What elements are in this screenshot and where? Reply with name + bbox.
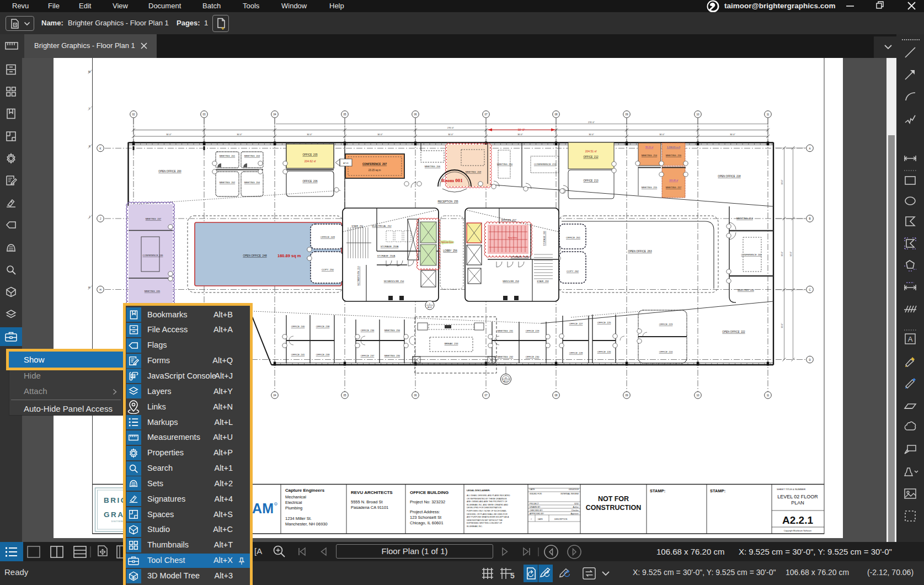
svg-text:OFFICE 230: OFFICE 230 xyxy=(526,355,540,358)
svg-text:03: 03 xyxy=(202,113,206,116)
svg-text:STAIR 259: STAIR 259 xyxy=(537,280,549,283)
svg-text:09: 09 xyxy=(625,113,628,116)
svg-text:1: 1 xyxy=(429,303,430,305)
svg-text:DESIGNS, OR PLANS SHALL BE USE: DESIGNS, OR PLANS SHALL BE USED FOR xyxy=(467,513,508,515)
svg-text:ARE OWNED AND ARE THE PROPERTY: ARE OWNED AND ARE THE PROPERTY OF xyxy=(467,501,508,503)
svg-text:OFFICE 229: OFFICE 229 xyxy=(526,329,540,332)
svg-text:30'-0": 30'-0" xyxy=(781,251,783,257)
svg-text:COPY 262: COPY 262 xyxy=(567,270,579,273)
svg-text:LEGAL DISCLAIMER:: LEGAL DISCLAIMER: xyxy=(467,489,490,492)
svg-text:10: 10 xyxy=(696,113,699,116)
svg-text:07: 07 xyxy=(484,394,488,397)
svg-text:CONFERENCE 265: CONFERENCE 265 xyxy=(741,253,762,256)
svg-text:OFFICE 205: OFFICE 205 xyxy=(302,153,318,156)
svg-text:DEMONSTRATION SET WITHOUT THE: DEMONSTRATION SET WITHOUT THE xyxy=(467,519,503,522)
svg-text:06: 06 xyxy=(414,113,417,116)
svg-text:30'-0": 30'-0" xyxy=(237,134,242,136)
svg-text:STORAGE 260: STORAGE 260 xyxy=(543,231,546,246)
svg-text:30'-0": 30'-0" xyxy=(659,134,665,136)
svg-text:Chicago, IL 60601: Chicago, IL 60601 xyxy=(410,520,444,525)
svg-text:OFFICE 261: OFFICE 261 xyxy=(566,236,580,239)
svg-text:1234 Miller St.: 1234 Miller St. xyxy=(285,516,312,521)
svg-text:Project Address:: Project Address: xyxy=(410,509,440,514)
svg-text:3232: 3232 xyxy=(574,503,579,505)
svg-text:123 Schonsett St: 123 Schonsett St xyxy=(410,515,442,520)
svg-text:APPROVED BY:: APPROVED BY: xyxy=(530,513,544,515)
svg-text:OR REPRESENTED BY THESE DRAWIN: OR REPRESENTED BY THESE DRAWINGS xyxy=(467,498,507,500)
svg-text:OFFICE 238: OFFICE 238 xyxy=(316,325,330,328)
svg-text:MEETING 204: MEETING 204 xyxy=(244,181,260,184)
svg-text:ISSUED FOR:: ISSUED FOR: xyxy=(530,493,542,495)
svg-text:STAMP:: STAMP: xyxy=(710,488,725,493)
svg-text:1,206.05 cu ft: 1,206.05 cu ft xyxy=(667,146,681,148)
svg-text:CONFERENCE 207: CONFERENCE 207 xyxy=(362,163,387,166)
svg-text:30'-0": 30'-0" xyxy=(448,134,453,136)
svg-text:LOBBY 256: LOBBY 256 xyxy=(443,249,457,252)
svg-text:ELECTRICAL 252: ELECTRICAL 252 xyxy=(372,225,392,227)
svg-text:ANY PURPOSE WHATSOEVER EXCEPT: ANY PURPOSE WHATSOEVER EXCEPT AS A xyxy=(467,516,509,518)
svg-text:A: A xyxy=(908,335,913,343)
svg-text:MEETING 247: MEETING 247 xyxy=(146,217,162,220)
svg-text:10: 10 xyxy=(696,394,699,397)
svg-text:OFFICE 224: OFFICE 224 xyxy=(659,350,673,353)
svg-text:MEETING 234: MEETING 234 xyxy=(384,329,400,332)
svg-text:Checker: Checker xyxy=(572,509,579,512)
svg-text:MEETING 202: MEETING 202 xyxy=(220,181,236,184)
svg-text:LEVEL 02 FLOOR: LEVEL 02 FLOOR xyxy=(777,494,818,499)
svg-text:A: A xyxy=(809,147,810,150)
svg-text:B: B xyxy=(809,217,810,220)
svg-text:EXPRESSED WRITTEN CONCENT OF: EXPRESSED WRITTEN CONCENT OF xyxy=(467,522,503,524)
svg-text:A6.01: A6.01 xyxy=(504,380,509,382)
svg-text:Author: Author xyxy=(573,506,579,508)
svg-text:Electrical: Electrical xyxy=(285,500,302,505)
svg-text:MEETING 235: MEETING 235 xyxy=(384,354,400,357)
svg-text:OFFICE 223: OFFICE 223 xyxy=(659,323,673,326)
svg-text:Manchester, NH 06930: Manchester, NH 06930 xyxy=(285,522,328,526)
svg-text:BREAK 233: BREAK 233 xyxy=(445,342,458,345)
svg-text:160.89 sq m: 160.89 sq m xyxy=(277,253,301,258)
svg-text:Room 001: Room 001 xyxy=(441,178,463,183)
svg-text:RECEPTION 255: RECEPTION 255 xyxy=(437,200,458,203)
svg-text:A7.01: A7.01 xyxy=(343,162,348,164)
svg-text:DRAWN BY:: DRAWN BY: xyxy=(530,506,541,508)
svg-text:Copyright Bluebeam Software: Copyright Bluebeam Software xyxy=(784,530,811,532)
svg-text:STORAGE 254A: STORAGE 254A xyxy=(377,254,396,257)
svg-text:04: 04 xyxy=(273,394,276,397)
svg-text:MEETING 217: MEETING 217 xyxy=(666,186,682,189)
svg-text:KeepOnline: KeepOnline xyxy=(508,237,517,239)
svg-text:30'-0": 30'-0" xyxy=(781,179,783,185)
svg-text:MEETING 209: MEETING 209 xyxy=(466,171,482,173)
svg-text:MEETING 231: MEETING 231 xyxy=(498,329,514,332)
svg-text:MEETING 266: MEETING 266 xyxy=(738,289,754,291)
svg-text:K: K xyxy=(99,147,101,150)
svg-text:09: 09 xyxy=(625,394,628,397)
svg-text:5: 5 xyxy=(510,571,515,580)
svg-text:PROJECT: PROJECT xyxy=(530,503,540,505)
svg-text:CONFERENCE 211: CONFERENCE 211 xyxy=(534,163,557,166)
svg-text:OFFICE 212: OFFICE 212 xyxy=(583,156,599,158)
svg-text:OFFICE 225: OFFICE 225 xyxy=(597,321,611,324)
svg-text:03/04/2018: 03/04/2018 xyxy=(569,488,579,491)
svg-text:REVU ARCHITECTS: REVU ARCHITECTS xyxy=(351,490,393,495)
svg-text:Capture Engineers: Capture Engineers xyxy=(285,488,325,493)
svg-text:06: 06 xyxy=(414,394,417,397)
svg-text:STORAGE 258A: STORAGE 258A xyxy=(511,256,529,258)
svg-text:MEETING 210: MEETING 210 xyxy=(497,163,513,166)
svg-text:OFFICE 206: OFFICE 206 xyxy=(302,180,318,183)
svg-text:DATE: DATE xyxy=(538,518,543,520)
svg-text:CONSTRUCTION: CONSTRUCTION xyxy=(586,504,642,512)
svg-text:30'-0": 30'-0" xyxy=(781,323,783,328)
svg-text:PURPOSES ONLY. NONE OF SUCH ID: PURPOSES ONLY. NONE OF SUCH IDEAS, xyxy=(467,510,506,512)
svg-text:OFFICE 236: OFFICE 236 xyxy=(361,329,375,332)
svg-text:OFFICE 249: OFFICE 249 xyxy=(321,236,335,238)
svg-text:Approver: Approver xyxy=(570,513,579,515)
svg-text:11: 11 xyxy=(767,113,770,116)
svg-text:MEETING 214: MEETING 214 xyxy=(642,154,658,157)
svg-text:OFFICE 228: OFFICE 228 xyxy=(569,352,583,354)
svg-text:A2.2.1: A2.2.1 xyxy=(782,514,813,526)
svg-text:MEETING 232: MEETING 232 xyxy=(498,355,514,358)
svg-text:M: M xyxy=(88,71,90,73)
svg-text:OFFICE BUILDING: OFFICE BUILDING xyxy=(410,490,448,495)
svg-text:OFFICE 226: OFFICE 226 xyxy=(597,350,611,353)
svg-text:MEETING 245: MEETING 245 xyxy=(145,290,161,292)
